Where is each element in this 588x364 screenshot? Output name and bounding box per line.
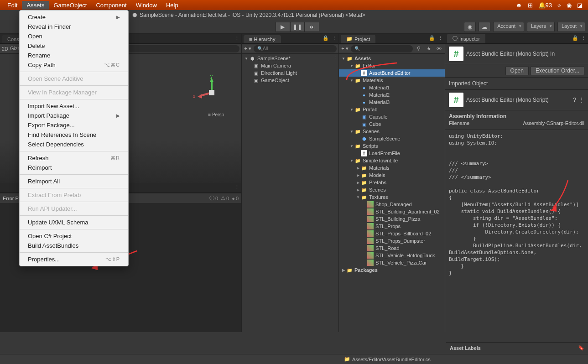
menu-item-delete[interactable]: Delete	[20, 41, 128, 51]
project-item[interactable]: ▣Capsule	[339, 113, 445, 120]
project-item[interactable]: STL_Vehicle_PizzaCar	[339, 259, 445, 266]
hierarchy-item[interactable]: ▣Directional Light	[242, 69, 338, 77]
project-item[interactable]: ▶📁Models	[339, 172, 445, 179]
execution-order-button[interactable]: Execution Order...	[531, 66, 584, 75]
project-item[interactable]: ●Material1	[339, 84, 445, 91]
menu-item-create[interactable]: Create▶	[20, 12, 128, 22]
project-item[interactable]: ▣Cube	[339, 120, 445, 128]
menu-component[interactable]: Component	[91, 1, 131, 10]
hierarchy-tab[interactable]: ≡ Hierarchy	[244, 35, 281, 43]
panel-more-icon[interactable]: ⋮	[332, 35, 337, 41]
project-item[interactable]: ●Material2	[339, 91, 445, 99]
menu-item-reveal-in-finder[interactable]: Reveal in Finder	[20, 22, 128, 31]
status-icon[interactable]: ◉	[567, 2, 572, 9]
label-tag-icon[interactable]: 🔖	[578, 345, 584, 351]
create-dropdown[interactable]: + ▾	[341, 45, 349, 52]
menu-item-find-references-in-scene[interactable]: Find References In Scene	[20, 130, 128, 140]
panel-more-icon[interactable]: ⋮	[581, 35, 586, 41]
project-item[interactable]: ▶📁Materials	[339, 164, 445, 172]
packages-root[interactable]: ▶📁Packages	[339, 266, 445, 274]
cloud-icon[interactable]: ☁	[479, 22, 490, 32]
mode-2d-button[interactable]: 2D	[2, 46, 8, 52]
project-item[interactable]: #AssetBundleEditor	[339, 69, 445, 77]
project-item[interactable]: ▼📁SimpleTownLite	[339, 157, 445, 164]
project-item[interactable]: STL_Building_Apartment_02	[339, 208, 445, 215]
menu-item-properties-[interactable]: Properties...⌥⇧P	[20, 255, 128, 264]
inspector-tab[interactable]: ⓘ Inspector	[447, 34, 485, 43]
menu-item-update-uxml-schema[interactable]: Update UXML Schema	[20, 218, 128, 227]
open-button[interactable]: Open	[505, 66, 529, 75]
menu-item-rename[interactable]: Rename	[20, 51, 128, 60]
menu-item-import-new-asset-[interactable]: Import New Asset...	[20, 101, 128, 111]
tray-icon[interactable]: ◪	[577, 2, 583, 9]
panel-lock-icon[interactable]: 🔒	[323, 35, 329, 41]
project-item[interactable]: ▶📁Scenes	[339, 186, 445, 193]
step-button[interactable]: ⏭	[305, 22, 319, 32]
more-icon[interactable]: ⋮	[579, 97, 584, 103]
filter-icon[interactable]: ⚲	[415, 45, 423, 52]
menu-help[interactable]: Help	[161, 1, 183, 10]
scene-root[interactable]: ▼⬢SampleScene* ⋮	[242, 55, 338, 62]
hierarchy-search-input[interactable]: 🔍 All	[254, 45, 337, 52]
project-item[interactable]: ⬢SampleScene	[339, 135, 445, 142]
project-item[interactable]: STL_Vehicle_HotdogTruck	[339, 252, 445, 259]
layers-dropdown[interactable]: Layers	[527, 22, 555, 32]
menu-item-import-package[interactable]: Import Package▶	[20, 111, 128, 120]
perspective-label[interactable]: ≡ Persp	[208, 112, 224, 117]
project-item[interactable]: STL_Props_Billboard_02	[339, 230, 445, 237]
play-button[interactable]: ▶	[276, 22, 290, 32]
menu-item-open-c-project[interactable]: Open C# Project	[20, 231, 128, 241]
panel-more-icon[interactable]: ⋮	[234, 184, 239, 190]
orientation-gizmo[interactable]: x y	[196, 77, 228, 109]
menu-window[interactable]: Window	[131, 1, 161, 10]
help-icon[interactable]: ?	[573, 97, 576, 103]
bell-icon[interactable]: 🔔93	[538, 2, 552, 9]
project-tab[interactable]: 📁 Project	[341, 35, 375, 43]
favorite-icon[interactable]: ★	[425, 45, 433, 52]
smile-icon[interactable]: ☻	[516, 2, 522, 9]
project-item[interactable]: STL_Building_Pizza	[339, 215, 445, 223]
project-item[interactable]: ●Material3	[339, 99, 445, 106]
project-item[interactable]: ▼📁Scripts	[339, 142, 445, 150]
menu-edit[interactable]: Edit	[3, 1, 22, 10]
collab-icon[interactable]: ◉	[464, 22, 476, 32]
layout-dropdown[interactable]: Layout	[557, 22, 585, 32]
error-pause-button[interactable]: Error P	[3, 196, 19, 201]
menu-gameobject[interactable]: GameObject	[49, 1, 91, 10]
menu-assets[interactable]: Assets	[22, 1, 49, 10]
menu-item-refresh[interactable]: Refresh⌘R	[20, 153, 128, 163]
project-item[interactable]: ▼📁Materials	[339, 77, 445, 84]
unity-hub-icon[interactable]: ⟐	[557, 2, 561, 9]
error-count[interactable]: ● 0	[232, 196, 239, 201]
project-search-input[interactable]: 🔍	[351, 45, 413, 52]
menu-item-open[interactable]: Open	[20, 31, 128, 41]
project-item[interactable]: Shop_Damaged	[339, 201, 445, 208]
project-item[interactable]: ▼📁Editor	[339, 62, 445, 69]
hidden-icon[interactable]: 👁	[435, 45, 443, 52]
panel-more-icon[interactable]: ⋮	[438, 35, 443, 41]
project-item[interactable]: ▼📁Prafab	[339, 106, 445, 113]
menu-item-export-package-[interactable]: Export Package...	[20, 120, 128, 130]
create-dropdown[interactable]: + ▾	[244, 45, 252, 52]
project-item[interactable]: ▼📁Textures	[339, 193, 445, 201]
project-item[interactable]: ▶📁Prefabs	[339, 179, 445, 186]
pause-button[interactable]: ❚❚	[290, 22, 305, 32]
menu-item-select-dependencies[interactable]: Select Dependencies	[20, 140, 128, 149]
app-icon[interactable]: ⊞	[528, 2, 533, 9]
menu-item-reimport[interactable]: Reimport	[20, 163, 128, 172]
hierarchy-item[interactable]: ▣GameObject	[242, 77, 338, 84]
menu-item-build-assetbundles[interactable]: Build AssetBundles	[20, 241, 128, 250]
project-item[interactable]: STL_Road	[339, 244, 445, 252]
project-item[interactable]: #LoadFromFile	[339, 150, 445, 157]
project-item[interactable]: STL_Props	[339, 223, 445, 230]
warn-count[interactable]: ⚠ 0	[221, 195, 229, 201]
project-item[interactable]: STL_Props_Dumpster	[339, 237, 445, 244]
assets-root[interactable]: ▼📁Assets	[339, 55, 445, 62]
hierarchy-item[interactable]: ▣Main Camera	[242, 62, 338, 69]
menu-item-copy-path[interactable]: Copy Path⌥⌘C	[20, 60, 128, 70]
menu-item-reimport-all[interactable]: Reimport All	[20, 177, 128, 186]
account-dropdown[interactable]: Account	[493, 22, 524, 32]
panel-more-icon[interactable]: ⋮	[234, 35, 239, 41]
panel-lock-icon[interactable]: 🔒	[572, 35, 578, 41]
panel-lock-icon[interactable]: 🔒	[429, 35, 435, 41]
